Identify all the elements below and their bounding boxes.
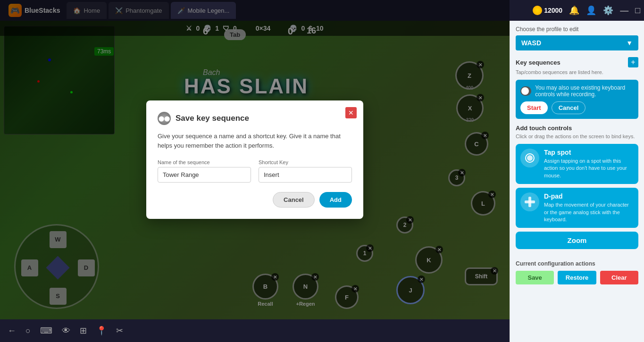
profile-label: Choose the profile to edit: [516, 26, 638, 33]
shortcut-field-label: Shortcut Key: [259, 159, 352, 165]
modal-icon: ⬤⬤: [158, 112, 171, 125]
tap-spot-icon: [520, 149, 539, 167]
maximize-icon[interactable]: □: [635, 6, 640, 16]
tap-spot-desc: Assign tapping on a spot with this actio…: [544, 158, 634, 179]
start-recording-button[interactable]: Start: [520, 101, 548, 114]
add-touch-controls-section: Add touch controls Click or drag the act…: [516, 125, 638, 255]
recording-toggle: You may also use existing keyboard contr…: [520, 84, 634, 98]
tool-icon[interactable]: ✂: [116, 325, 123, 336]
dpad-card-icon: [520, 192, 539, 211]
dpad-card[interactable]: D-pad Map the movement of your character…: [516, 188, 638, 228]
modal-title: Save key sequence: [176, 114, 249, 123]
svg-point-0: [527, 155, 533, 161]
key-sequences-title: Key sequences: [516, 59, 560, 66]
dropdown-arrow-icon: ▼: [626, 39, 633, 47]
shortcut-field-input[interactable]: [259, 167, 352, 183]
profile-selected: WASD: [521, 39, 541, 47]
recording-buttons: Start Cancel: [520, 101, 634, 114]
back-icon[interactable]: ←: [8, 326, 16, 336]
modal-description: Give your sequence a name and a shortcut…: [158, 132, 352, 150]
current-config-section: Current configuration actions Save Resto…: [516, 260, 638, 284]
key-sequences-section: Key sequences +: [516, 57, 638, 67]
touch-controls-title: Add touch controls: [516, 125, 572, 132]
add-sequence-button[interactable]: +: [628, 57, 638, 67]
recording-area: You may also use existing keyboard contr…: [516, 80, 638, 119]
clear-config-button[interactable]: Clear: [600, 271, 638, 284]
recording-toggle-switch[interactable]: [520, 86, 531, 96]
shortcut-field-group: Shortcut Key: [259, 159, 352, 183]
minimize-icon[interactable]: —: [620, 6, 628, 16]
zoom-button[interactable]: Zoom: [516, 232, 638, 249]
dpad-card-desc: Map the movement of your character or th…: [544, 201, 634, 223]
dpad-card-title: D-pad: [544, 192, 634, 200]
eye-icon[interactable]: 👁: [62, 326, 70, 336]
name-field-group: Name of the sequence: [158, 159, 251, 183]
bottom-bar: ← ○ ⌨ 👁 ⊞ 📍 ✂: [0, 319, 510, 342]
tap-spot-info: Tap spot Assign tapping on a spot with t…: [544, 149, 634, 179]
coin-amount: 12000: [544, 7, 562, 14]
cancel-recording-button[interactable]: Cancel: [552, 101, 586, 114]
toggle-knob: [521, 87, 529, 95]
coin-icon: [533, 6, 542, 15]
tap-spot-card[interactable]: Tap spot Assign tapping on a spot with t…: [516, 144, 638, 184]
name-field-label: Name of the sequence: [158, 159, 251, 165]
home-icon[interactable]: ○: [25, 326, 31, 336]
location-icon[interactable]: 📍: [96, 325, 107, 336]
modal-fields: Name of the sequence Shortcut Key: [158, 159, 352, 183]
save-key-sequence-modal: ⬤⬤ Save key sequence ✕ Give your sequenc…: [146, 100, 363, 219]
key-sequences-desc: Tap/combo sequences are listed here.: [516, 69, 638, 75]
taskbar-right: 12000 🔔 👤 ⚙️ — □: [533, 5, 640, 16]
notification-icon[interactable]: 🔔: [569, 5, 579, 16]
modal-cancel-button[interactable]: Cancel: [273, 192, 315, 208]
modal-header: ⬤⬤ Save key sequence: [158, 112, 352, 125]
game-area: 73ms ⚔0 💀1 🛡0 0×34 💀0 $10 6 0 16 Tab Bac…: [0, 0, 510, 342]
keyboard-icon[interactable]: ⌨: [40, 325, 52, 336]
account-icon[interactable]: 👤: [586, 5, 596, 16]
name-field-input[interactable]: [158, 167, 251, 183]
svg-rect-3: [525, 200, 535, 203]
save-config-button[interactable]: Save: [516, 271, 554, 284]
recording-text: You may also use existing keyboard contr…: [535, 84, 634, 98]
touch-controls-title-row: Add touch controls: [516, 125, 638, 132]
coin-display: 12000: [533, 6, 562, 15]
dpad-card-info: D-pad Map the movement of your character…: [544, 192, 634, 223]
panel-content: Choose the profile to edit WASD ▼ Key se…: [510, 20, 644, 290]
modal-actions: Cancel Add: [158, 192, 352, 208]
modal-close-button[interactable]: ✕: [345, 107, 357, 118]
current-config-title: Current configuration actions: [516, 260, 638, 267]
config-actions: Save Restore Clear: [516, 271, 638, 284]
right-panel: Advanced game controls ✕ Choose the prof…: [510, 0, 644, 342]
settings-icon[interactable]: ⚙️: [603, 5, 613, 16]
modal-overlay: ⬤⬤ Save key sequence ✕ Give your sequenc…: [0, 0, 510, 319]
profile-dropdown[interactable]: WASD ▼: [516, 35, 638, 50]
modal-add-button[interactable]: Add: [319, 192, 352, 208]
fullscreen-icon[interactable]: ⊞: [80, 325, 87, 336]
touch-controls-desc: Click or drag the actions on the screen …: [516, 133, 638, 139]
tap-spot-title: Tap spot: [544, 149, 634, 156]
restore-config-button[interactable]: Restore: [558, 271, 596, 284]
